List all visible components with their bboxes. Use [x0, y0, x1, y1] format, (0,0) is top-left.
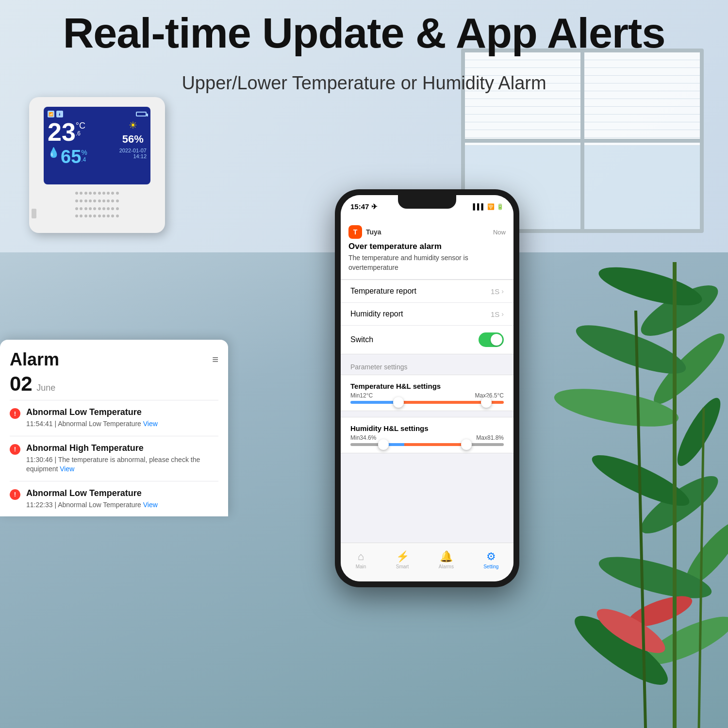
notification-card[interactable]: T Tuya Now Over temperature alarm The te… — [341, 218, 513, 280]
tuya-app-icon: T — [348, 225, 362, 239]
temp-slider-thumb-max[interactable] — [481, 397, 492, 408]
nav-item-smart[interactable]: ⚡ Smart — [396, 550, 409, 569]
alarm-view-link-2[interactable]: View — [60, 465, 74, 473]
alarm-content-3: Abnormal Low Temperature 11:22:33 | Abno… — [26, 488, 158, 510]
hum-decimal: .4 — [81, 156, 87, 163]
nav-smart-label: Smart — [396, 564, 409, 569]
alarm-dot-icon-2: ! — [14, 446, 16, 453]
alarm-item-title-1: Abnormal Low Temperature — [26, 407, 158, 417]
alarm-dot-1: ! — [10, 408, 20, 419]
alarm-dot-3: ! — [10, 489, 20, 500]
device-screen: 📶 🌡 23 °C .6 💧 6 — [44, 107, 150, 184]
notif-time: Now — [493, 229, 506, 236]
alarm-dot-icon-3: ! — [14, 491, 16, 498]
alarm-item-desc-3: 11:22:33 | Abnormal Low Temperature View — [26, 500, 158, 510]
svg-point-4 — [670, 393, 728, 471]
hum-report-value: 1S › — [491, 310, 504, 318]
temp-report-label: Temperature report — [350, 287, 416, 296]
notif-header: T Tuya Now — [348, 225, 506, 239]
home-icon: ⌂ — [358, 550, 364, 563]
phone-time: 15:47 ✈ — [350, 202, 378, 211]
hum-slider-thumb-min[interactable] — [378, 439, 389, 450]
nav-item-alarms[interactable]: 🔔 Alarms — [439, 550, 454, 569]
device-usb-port — [32, 209, 36, 218]
alarm-content-1: Abnormal Low Temperature 11:54:41 | Abno… — [26, 407, 158, 429]
water-drop-icon: 💧 — [48, 147, 60, 158]
phone-notch — [398, 195, 456, 209]
wifi-status-icon: 🛜 — [487, 203, 495, 210]
phone-inner: 15:47 ✈ ▌▌▌ 🛜 🔋 T Tuya Now — [341, 195, 513, 581]
temp-icon: 🌡 — [56, 111, 63, 117]
notif-app-name: Tuya — [366, 228, 381, 236]
hum-hl-title: Humidity H&L settings — [341, 417, 513, 434]
alarm-item-title-3: Abnormal Low Temperature — [26, 488, 158, 498]
alarm-item-title-2: Abnormal High Temperature — [26, 443, 218, 453]
page-title: Real-time Update & App Alerts — [0, 10, 728, 57]
nav-item-setting[interactable]: ⚙ Setting — [483, 550, 498, 569]
hum-unit: % — [81, 149, 87, 156]
switch-toggle[interactable] — [479, 332, 504, 347]
alarm-nav-icon: 🔔 — [440, 550, 453, 563]
temperature-value: 23 — [48, 119, 76, 145]
page-subtitle: Upper/Lower Temperature or Humidity Alar… — [0, 73, 728, 94]
humidity-right-display: 56% — [122, 133, 144, 146]
humidity-value: 65 — [61, 148, 81, 166]
battery-icon — [136, 112, 147, 116]
temp-unit: °C — [76, 121, 85, 130]
alarm-list-icon[interactable]: ≡ — [212, 353, 218, 366]
hum-slider-container[interactable] — [341, 443, 513, 453]
hum-hl-section: Humidity H&L settings Min34.6% Max81.8% — [341, 417, 513, 453]
hum-slider-thumb-max[interactable] — [461, 439, 472, 450]
date-display: 2022-01-07 14:12 — [119, 148, 147, 159]
nav-item-main[interactable]: ⌂ Main — [356, 550, 366, 569]
alarm-item-1: ! Abnormal Low Temperature 11:54:41 | Ab… — [10, 400, 218, 436]
alarm-dot-icon-1: ! — [14, 410, 16, 417]
hum-hl-minmax: Min34.6% Max81.8% — [341, 434, 513, 441]
device-speaker — [73, 189, 121, 223]
nav-setting-label: Setting — [483, 564, 498, 569]
battery-status-icon: 🔋 — [496, 203, 504, 210]
settings-section-reports: Temperature report 1S › Humidity report … — [341, 280, 513, 354]
phone-container: 15:47 ✈ ▌▌▌ 🛜 🔋 T Tuya Now — [335, 189, 519, 587]
settings-row-hum-report[interactable]: Humidity report 1S › — [341, 303, 513, 326]
chevron-icon-2: › — [501, 310, 504, 318]
alarm-date-month: June — [36, 383, 55, 393]
temp-left: 23 °C .6 💧 65 % .4 — [48, 119, 87, 166]
wifi-icon: 📶 — [48, 111, 54, 117]
notif-title: Over temperature alarm — [348, 242, 506, 251]
alarm-item-2: ! Abnormal High Temperature 11:30:46 | T… — [10, 436, 218, 481]
temp-report-value: 1S › — [491, 287, 504, 296]
temp-hl-section: Temperature H&L settings Min12°C Max26.5… — [341, 375, 513, 411]
temp-decimal: .6 — [76, 130, 85, 137]
alarm-view-link-1[interactable]: View — [143, 420, 158, 428]
device-screen-top: 📶 🌡 — [48, 111, 147, 117]
temp-slider-container[interactable] — [341, 401, 513, 411]
alarm-view-link-3[interactable]: View — [143, 501, 158, 509]
settings-row-temp-report[interactable]: Temperature report 1S › — [341, 280, 513, 303]
param-settings-header: Parameter settings — [341, 354, 513, 375]
alarm-header: Alarm ≡ — [10, 349, 218, 370]
chevron-icon: › — [501, 287, 504, 295]
alarm-item-3: ! Abnormal Low Temperature 11:22:33 | Ab… — [10, 481, 218, 517]
nav-main-label: Main — [356, 564, 366, 569]
alarm-date: 02 June — [10, 374, 218, 394]
alarm-item-desc-1: 11:54:41 | Abnormal Low Temperature View — [26, 419, 158, 429]
hum-report-label: Humidity report — [350, 310, 403, 318]
spacer — [341, 411, 513, 417]
device-container: 📶 🌡 23 °C .6 💧 6 — [29, 97, 165, 233]
temp-slider-thumb-min[interactable] — [393, 397, 404, 408]
notif-body: The temperature and humidity sensor is o… — [348, 253, 506, 272]
alarm-dot-2: ! — [10, 444, 20, 455]
phone-outer: 15:47 ✈ ▌▌▌ 🛜 🔋 T Tuya Now — [335, 189, 519, 587]
signal-icon: ▌▌▌ — [473, 203, 485, 210]
device-box: 📶 🌡 23 °C .6 💧 6 — [29, 97, 165, 233]
smart-icon: ⚡ — [396, 550, 409, 563]
nav-alarm-label: Alarms — [439, 564, 454, 569]
svg-point-1 — [596, 259, 706, 313]
hum-slider-track — [350, 443, 504, 446]
phone-status-icons: ▌▌▌ 🛜 🔋 — [473, 203, 504, 210]
alarm-date-day: 02 — [10, 372, 33, 395]
temp-hl-title: Temperature H&L settings — [341, 375, 513, 392]
settings-row-switch[interactable]: Switch — [341, 326, 513, 354]
alarm-title: Alarm — [10, 349, 59, 370]
